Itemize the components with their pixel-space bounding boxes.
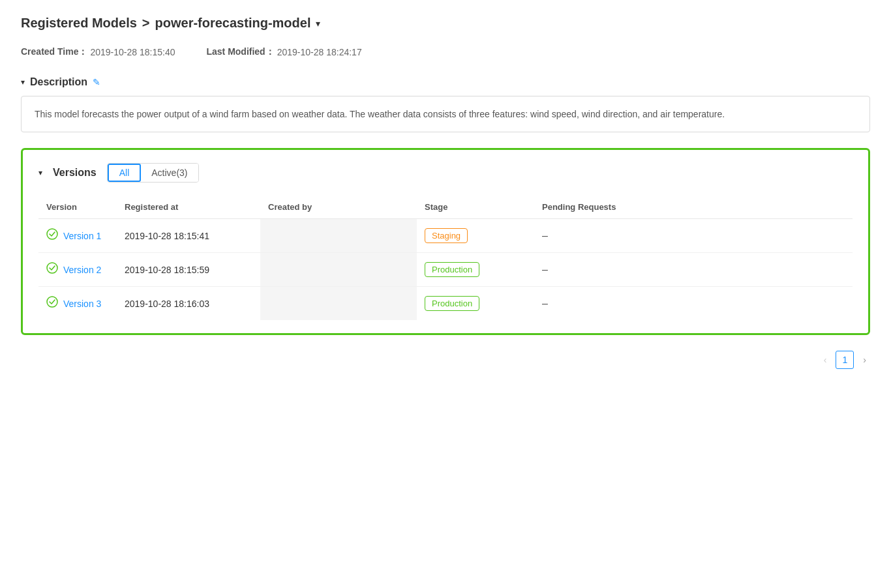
description-section-header: ▾ Description ✎ bbox=[21, 76, 870, 88]
pending-dash-1: – bbox=[542, 264, 548, 275]
pagination: ‹ 1 › bbox=[21, 351, 870, 369]
table-header-row: Version Registered at Created by Stage P… bbox=[38, 196, 853, 219]
col-header-created: Created by bbox=[260, 196, 417, 219]
created-time-label: Created Time： bbox=[21, 46, 87, 58]
stage-badge-0: Staging bbox=[425, 228, 468, 243]
description-collapse-arrow[interactable]: ▾ bbox=[21, 78, 25, 87]
version-link-2[interactable]: Version 3 bbox=[63, 299, 101, 309]
pagination-prev[interactable]: ‹ bbox=[820, 352, 831, 368]
pending-cell-2: – bbox=[534, 287, 853, 321]
created-by-cell-1 bbox=[260, 253, 417, 287]
svg-point-2 bbox=[47, 297, 57, 307]
versions-container: ▾ Versions All Active(3) Version Registe… bbox=[21, 148, 870, 335]
last-modified-item: Last Modified： 2019-10-28 18:24:17 bbox=[206, 46, 361, 58]
pagination-next[interactable]: › bbox=[859, 352, 870, 368]
table-row: Version 3 2019-10-28 18:16:03 Production… bbox=[38, 287, 853, 321]
version-cell-1: Version 2 bbox=[38, 253, 117, 287]
stage-badge-1: Production bbox=[425, 262, 479, 277]
page-header: Registered Models > power-forecasting-mo… bbox=[21, 16, 870, 31]
registered-at-cell-2: 2019-10-28 18:16:03 bbox=[117, 287, 260, 321]
pending-dash-2: – bbox=[542, 298, 548, 309]
created-time-item: Created Time： 2019-10-28 18:15:40 bbox=[21, 46, 175, 58]
svg-point-1 bbox=[47, 263, 57, 273]
table-row: Version 1 2019-10-28 18:15:41 Staging – bbox=[38, 219, 853, 253]
col-header-pending: Pending Requests bbox=[534, 196, 853, 219]
check-icon-0 bbox=[46, 228, 58, 243]
pagination-page-1[interactable]: 1 bbox=[836, 351, 854, 369]
versions-title: Versions bbox=[53, 167, 97, 179]
breadcrumb-registered[interactable]: Registered Models bbox=[21, 16, 137, 31]
check-icon-1 bbox=[46, 262, 58, 277]
versions-header: ▾ Versions All Active(3) bbox=[38, 163, 853, 183]
col-header-registered: Registered at bbox=[117, 196, 260, 219]
created-by-cell-0 bbox=[260, 219, 417, 253]
last-modified-label: Last Modified： bbox=[206, 46, 274, 58]
stage-cell-1: Production bbox=[417, 253, 534, 287]
metadata-row: Created Time： 2019-10-28 18:15:40 Last M… bbox=[21, 46, 870, 58]
stage-cell-0: Staging bbox=[417, 219, 534, 253]
table-row: Version 2 2019-10-28 18:15:59 Production… bbox=[38, 253, 853, 287]
description-text: This model forecasts the power output of… bbox=[35, 109, 725, 119]
pending-dash-0: – bbox=[542, 230, 548, 241]
svg-point-0 bbox=[47, 229, 57, 239]
stage-cell-2: Production bbox=[417, 287, 534, 321]
description-title: Description bbox=[30, 76, 87, 88]
created-time-value: 2019-10-28 18:15:40 bbox=[90, 47, 175, 57]
breadcrumb-separator: > bbox=[142, 16, 150, 31]
version-cell-0: Version 1 bbox=[38, 219, 117, 253]
description-edit-icon[interactable]: ✎ bbox=[93, 77, 100, 87]
col-header-version: Version bbox=[38, 196, 117, 219]
pending-cell-1: – bbox=[534, 253, 853, 287]
breadcrumb-model: power-forecasting-model bbox=[155, 16, 311, 31]
versions-collapse-arrow[interactable]: ▾ bbox=[38, 168, 42, 177]
versions-tab-group: All Active(3) bbox=[107, 163, 199, 183]
last-modified-value: 2019-10-28 18:24:17 bbox=[277, 47, 362, 57]
version-cell-2: Version 3 bbox=[38, 287, 117, 321]
versions-table: Version Registered at Created by Stage P… bbox=[38, 196, 853, 320]
check-icon-2 bbox=[46, 296, 58, 311]
model-dropdown-arrow[interactable]: ▾ bbox=[316, 18, 320, 29]
description-box: This model forecasts the power output of… bbox=[21, 96, 870, 132]
tab-all[interactable]: All bbox=[108, 164, 142, 182]
tab-active[interactable]: Active(3) bbox=[141, 164, 198, 182]
registered-at-cell-1: 2019-10-28 18:15:59 bbox=[117, 253, 260, 287]
stage-badge-2: Production bbox=[425, 296, 479, 311]
created-by-cell-2 bbox=[260, 287, 417, 321]
col-header-stage: Stage bbox=[417, 196, 534, 219]
version-link-0[interactable]: Version 1 bbox=[63, 231, 101, 241]
pending-cell-0: – bbox=[534, 219, 853, 253]
version-link-1[interactable]: Version 2 bbox=[63, 265, 101, 275]
registered-at-cell-0: 2019-10-28 18:15:41 bbox=[117, 219, 260, 253]
